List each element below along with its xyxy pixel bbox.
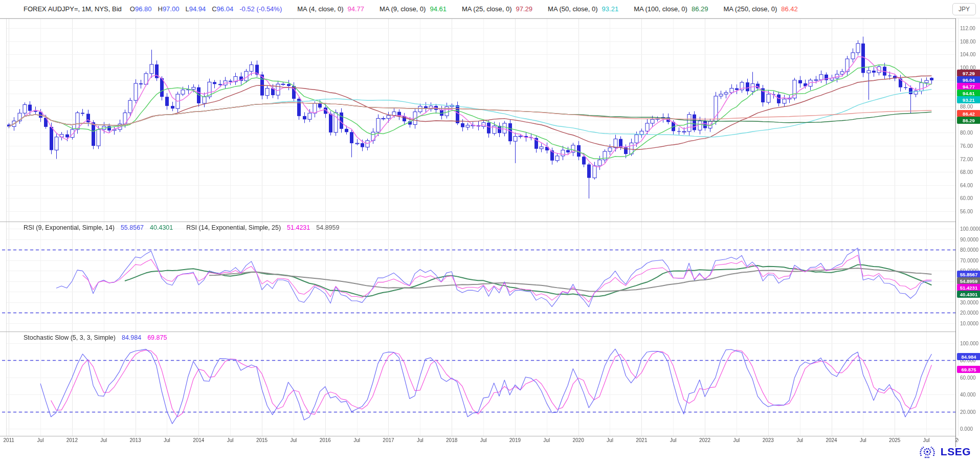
stoch-label: Stochastic Slow (5, 3, 3, Simple): [24, 334, 116, 341]
time-axis-label: Jul: [290, 437, 297, 443]
time-axis-label: 2019: [509, 437, 521, 443]
stoch-level-badge: 69.875: [957, 366, 980, 373]
rsi-level-badge: 54.8959: [957, 277, 980, 284]
time-axis-label: 2016: [320, 437, 331, 443]
instrument-title: FOREX AUDJPY=, 1M, NYS, Bid: [24, 5, 122, 13]
ohlc-value: H97.00: [158, 5, 179, 13]
price-level-badge: 94.77: [957, 83, 980, 90]
time-axis-label: 2022: [699, 437, 710, 443]
rsi-axis-tick: 10.0000: [960, 321, 978, 326]
rsi-level-badge: 51.4231: [957, 284, 980, 291]
price-axis-tick: 64.00: [960, 183, 973, 188]
lseg-logo-text: LSEG: [941, 446, 971, 458]
lseg-logo: LSEG: [918, 445, 971, 459]
time-axis-label: Jul: [733, 437, 740, 443]
time-axis-label: 2020: [573, 437, 584, 443]
stoch-axis-tick: 20.000: [960, 409, 976, 415]
time-axis-label: Jul: [670, 437, 677, 443]
stoch-level-badge: 84.984: [957, 353, 980, 360]
rsi2-label: RSI (14, Exponential, Simple, 25): [186, 224, 281, 231]
rsi-level-badge: 55.8567: [957, 271, 980, 278]
rsi-axis-tick: 90.0000: [960, 237, 978, 242]
ma-legend-item: MA (9, close, 0)94.61: [380, 5, 447, 13]
ma-legend: MA (4, close, 0)94.77MA (9, close, 0)94.…: [297, 5, 813, 13]
time-axis-label: 2014: [193, 437, 204, 443]
price-axis-tick: 76.00: [960, 143, 973, 149]
time-axis-label: Jul: [164, 437, 170, 443]
time-axis-label: Jul: [923, 437, 930, 443]
time-axis-label: 2017: [383, 437, 394, 443]
rsi2-signal-value: 54.8959: [316, 224, 339, 231]
stoch-axis-tick: 0.000: [960, 426, 973, 432]
price-axis-tick: 80.00: [960, 130, 973, 136]
time-axis-label: 2021: [636, 437, 647, 443]
time-axis-label: 2025: [889, 437, 900, 443]
time-axis-label: 2015: [256, 437, 268, 443]
time-axis-label: Jul: [100, 437, 107, 443]
price-change: -0.52 (-0.54%): [239, 5, 282, 13]
currency-selector-button[interactable]: JPY: [952, 3, 976, 15]
stoch-d-value: 69.875: [147, 334, 167, 341]
time-axis-label: 20: [955, 437, 959, 443]
price-level-badge: 96.04: [957, 76, 980, 83]
price-axis-tick: 60.00: [960, 195, 973, 201]
ma-legend-item: MA (250, close, 0)86.42: [723, 5, 797, 13]
price-axis-tick: 56.00: [960, 209, 973, 214]
stoch-axis-tick: 60.000: [960, 375, 976, 381]
rsi-axis-tick: 100.0000: [960, 226, 980, 232]
ma-legend-item: MA (50, close, 0)93.21: [548, 5, 618, 13]
chart-window: FOREX AUDJPY=, 1M, NYS, Bid O96.80H97.00…: [0, 0, 980, 463]
price-level-badge: 86.29: [957, 117, 980, 124]
ma-legend-item: MA (100, close, 0)86.29: [634, 5, 708, 13]
price-level-badge: 93.21: [957, 96, 980, 103]
rsi-axis-tick: 70.0000: [960, 258, 978, 263]
time-axis: 2011Jul2012Jul2013Jul2014Jul2015Jul2016J…: [0, 436, 959, 446]
price-level-badge: 94.61: [957, 90, 980, 97]
time-axis-label: Jul: [860, 437, 866, 443]
rsi-axis-tick: 20.0000: [960, 310, 978, 316]
chart-header: FOREX AUDJPY=, 1M, NYS, Bid O96.80H97.00…: [0, 0, 980, 18]
time-axis-label: 2011: [3, 437, 14, 443]
rsi1-value: 55.8567: [121, 224, 144, 231]
rsi1-label: RSI (9, Exponential, Simple, 14): [24, 224, 115, 231]
time-axis-label: 2024: [826, 437, 837, 443]
price-axis-tick: 112.00: [960, 26, 975, 31]
time-axis-label: Jul: [417, 437, 424, 443]
ma-legend-item: MA (4, close, 0)94.77: [297, 5, 364, 13]
time-axis-label: 2012: [66, 437, 78, 443]
stoch-axis-tick: 100.000: [960, 341, 978, 346]
rsi1-signal-value: 40.4301: [150, 224, 173, 231]
rsi-axis-tick: 80.0000: [960, 247, 978, 253]
lseg-crest-icon: [918, 445, 937, 459]
price-axis-tick: 104.00: [960, 52, 976, 57]
time-axis-label: 2018: [446, 437, 457, 443]
time-axis-label: Jul: [796, 437, 803, 443]
time-axis-label: Jul: [353, 437, 360, 443]
time-axis-label: Jul: [543, 437, 550, 443]
price-axis-tick: 72.00: [960, 157, 973, 162]
ma-legend-item: MA (25, close, 0)97.29: [462, 5, 532, 13]
time-axis-label: 2023: [763, 437, 774, 443]
ohlc-value: O96.80: [130, 5, 152, 13]
time-axis-label: Jul: [227, 437, 234, 443]
stoch-axis-tick: 40.000: [960, 392, 976, 398]
rsi-indicator-label: RSI (9, Exponential, Simple, 14) 55.8567…: [24, 224, 339, 231]
price-axis-tick: 68.00: [960, 169, 973, 175]
stoch-k-value: 84.984: [122, 334, 141, 341]
time-axis-label: Jul: [37, 437, 44, 443]
rsi-level-badge: 40.4301: [957, 291, 980, 298]
stochastic-indicator-label: Stochastic Slow (5, 3, 3, Simple) 84.984…: [24, 334, 167, 341]
time-axis-label: Jul: [607, 437, 613, 443]
price-axis-tick: 108.00: [960, 39, 976, 45]
price-level-badge: 86.42: [957, 110, 980, 117]
price-axis-tick: 88.00: [960, 104, 973, 109]
rsi2-value: 51.4231: [287, 224, 310, 231]
price-chart-canvas[interactable]: [0, 0, 980, 463]
ohlc-value: L94.94: [185, 5, 206, 13]
rsi-axis-tick: 30.0000: [960, 300, 978, 305]
time-axis-label: 2013: [129, 437, 141, 443]
ohlc-values: O96.80H97.00L94.94C96.04: [130, 5, 239, 13]
time-axis-label: Jul: [480, 437, 487, 443]
ohlc-value: C96.04: [212, 5, 233, 13]
price-level-badge: 97.29: [957, 70, 980, 77]
